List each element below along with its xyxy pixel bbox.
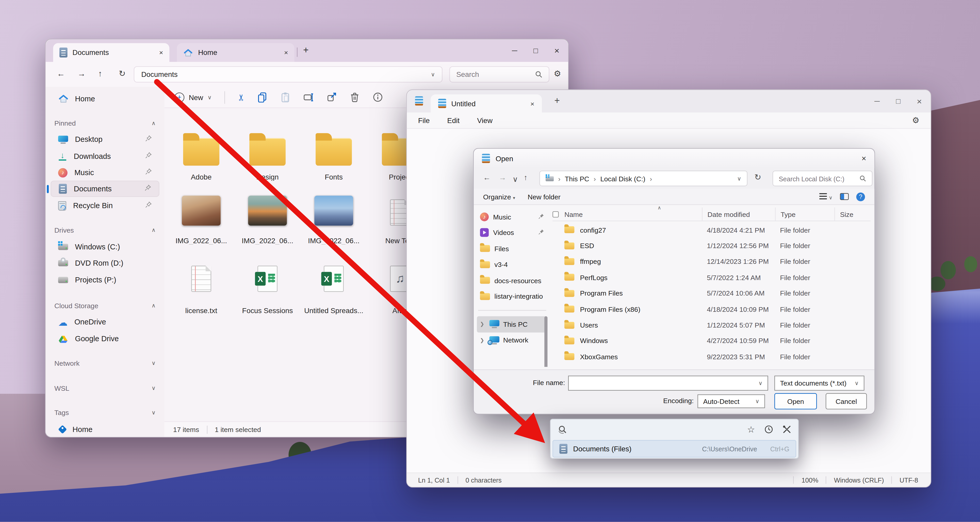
open-button[interactable]: Open	[775, 393, 817, 409]
zoom-level[interactable]: 100%	[802, 476, 818, 484]
close-button[interactable]: ×	[554, 46, 559, 56]
preview-pane-icon[interactable]	[840, 193, 849, 200]
copy-icon[interactable]	[257, 92, 268, 102]
table-row[interactable]: Program Files 5/7/2024 10:06 AM File fol…	[552, 285, 871, 301]
chevron-down-icon[interactable]: ∨	[431, 71, 435, 77]
sidebar-item-music[interactable]: ♪ Music	[477, 208, 547, 224]
table-row[interactable]: Users 1/12/2024 5:07 PM File folder	[552, 317, 871, 333]
sidebar-item-listary-integration[interactable]: listary-integratio	[477, 288, 547, 304]
sidebar-section-cloud-storage[interactable]: Cloud Storage ∧	[54, 299, 156, 312]
tab-close-icon[interactable]: ×	[159, 49, 163, 56]
menu-file[interactable]: File	[418, 116, 430, 124]
palette-search-bar[interactable]: ☆	[550, 419, 798, 439]
sidebar-item-windows-c[interactable]: Windows (C:)	[51, 239, 159, 255]
table-row[interactable]: Windows 4/27/2024 10:59 PM File folder	[552, 333, 871, 349]
tab-close-icon[interactable]: ×	[530, 100, 535, 107]
chevron-down-icon[interactable]: ∨	[737, 175, 741, 181]
address-bar[interactable]: Documents ∨	[134, 66, 442, 83]
new-tab-button[interactable]: +	[303, 45, 309, 55]
line-ending[interactable]: Windows (CRLF)	[834, 476, 884, 484]
file-item[interactable]: Focus Sessions	[234, 263, 301, 314]
sidebar-item-files[interactable]: Files	[477, 240, 547, 256]
chevron-up-icon[interactable]: ∧	[151, 120, 156, 126]
details-view-icon[interactable]: ∨	[819, 193, 832, 201]
help-icon[interactable]: ?	[856, 192, 865, 201]
chevron-down-icon[interactable]: ∨	[759, 380, 763, 386]
tools-icon[interactable]	[783, 425, 791, 433]
column-header-type[interactable]: Type	[775, 208, 834, 221]
column-header-size[interactable]: Size	[834, 208, 871, 221]
explorer-search-input[interactable]: Search	[449, 66, 549, 83]
image-item[interactable]: IMG_2022_06...	[234, 194, 301, 245]
minimize-button[interactable]: ─	[512, 46, 517, 55]
expand-chevron-icon[interactable]: ❯	[480, 337, 485, 343]
sidebar-item-documents[interactable]: Documents	[51, 181, 159, 197]
forward-button[interactable]: →	[499, 173, 506, 182]
expand-chevron-icon[interactable]: ❯	[480, 321, 485, 327]
properties-info-icon[interactable]	[373, 92, 383, 102]
sidebar-item-downloads[interactable]: ↓ Downloads	[51, 148, 159, 164]
encoding[interactable]: UTF-8	[899, 476, 918, 484]
dialog-search-input[interactable]: Search Local Disk (C:)	[772, 171, 872, 186]
maximize-button[interactable]: □	[534, 46, 538, 55]
new-folder-button[interactable]: New folder	[528, 193, 560, 201]
breadcrumb[interactable]: › This PC › Local Disk (C:) › ∨	[539, 171, 748, 186]
cut-icon[interactable]: ✂	[236, 94, 246, 101]
new-tab-button[interactable]: +	[554, 95, 560, 105]
sidebar-item-network[interactable]: ❯ Network	[477, 332, 547, 348]
explorer-tab-home[interactable]: Home ×	[177, 43, 294, 62]
file-item[interactable]: Untitled Spreads...	[301, 263, 367, 314]
sidebar-scrollbar[interactable]	[544, 316, 547, 367]
back-button[interactable]: ←	[483, 173, 490, 182]
table-row[interactable]: XboxGames 9/22/2023 5:31 PM File folder	[552, 349, 871, 365]
table-row[interactable]: ffmpeg 12/14/2023 1:26 PM File folder	[552, 253, 871, 269]
new-button[interactable]: + New ∨	[174, 92, 212, 102]
maximize-button[interactable]: □	[896, 97, 900, 106]
sidebar-section-drives[interactable]: Drives ∧	[54, 224, 156, 236]
notepad-settings-gear-icon[interactable]: ⚙	[912, 116, 920, 125]
sidebar-item-v3-4[interactable]: v3-4	[477, 256, 547, 273]
refresh-button[interactable]: ↻	[119, 69, 125, 78]
sidebar-item-desktop[interactable]: Desktop	[51, 131, 159, 148]
file-type-dropdown[interactable]: Text documents (*.txt) ∨	[775, 376, 864, 391]
breadcrumb-local-disk[interactable]: Local Disk (C:)	[600, 175, 646, 182]
refresh-icon[interactable]: ↻	[754, 172, 761, 182]
minimize-button[interactable]: ─	[875, 97, 880, 106]
sidebar-section-wsl[interactable]: WSL ∨	[54, 382, 156, 394]
chevron-up-icon[interactable]: ∧	[151, 302, 156, 309]
sidebar-item-this-pc[interactable]: ❯ This PC	[477, 316, 547, 332]
sidebar-item-tag-home[interactable]: Home	[51, 421, 159, 438]
folder-item[interactable]: Fonts	[301, 127, 367, 181]
table-row[interactable]: config27 4/18/2024 4:21 PM File folder	[552, 222, 871, 238]
sidebar-item-videos[interactable]: Videos	[477, 224, 547, 240]
select-all-checkbox[interactable]	[552, 211, 558, 217]
dialog-close-icon[interactable]: ×	[862, 154, 866, 163]
encoding-dropdown[interactable]: Auto-Detect ∨	[698, 394, 765, 408]
sidebar-section-pinned[interactable]: Pinned ∧	[54, 117, 156, 129]
sidebar-item-home[interactable]: Home	[51, 91, 159, 107]
file-item[interactable]: license.txt	[168, 263, 234, 314]
table-row[interactable]: Program Files (x86) 4/18/2024 10:09 PM F…	[552, 301, 871, 317]
sidebar-item-recycle-bin[interactable]: Recycle Bin	[51, 197, 159, 214]
sidebar-item-music[interactable]: ♪ Music	[51, 164, 159, 181]
up-button[interactable]: ↑	[98, 69, 102, 78]
organize-button[interactable]: Organize ▾	[483, 193, 515, 201]
sidebar-section-tags[interactable]: Tags ∨	[54, 406, 156, 419]
history-clock-icon[interactable]	[764, 425, 773, 433]
file-name-input[interactable]: ∨	[568, 376, 768, 391]
cancel-button[interactable]: Cancel	[826, 393, 867, 409]
tab-close-icon[interactable]: ×	[284, 49, 288, 56]
menu-view[interactable]: View	[477, 116, 493, 124]
rename-icon[interactable]	[303, 92, 314, 102]
table-row[interactable]: PerfLogs 5/7/2022 1:24 AM File folder	[552, 269, 871, 285]
back-button[interactable]: ←	[57, 69, 65, 78]
chevron-down-icon[interactable]: ∨	[512, 175, 518, 184]
up-button[interactable]: ↑	[524, 173, 528, 182]
favorites-star-icon[interactable]: ☆	[747, 424, 755, 434]
sidebar-item-projects-p[interactable]: Projects (P:)	[51, 272, 159, 288]
paste-icon[interactable]	[280, 92, 291, 102]
share-icon[interactable]	[326, 92, 337, 102]
sidebar-item-google-drive[interactable]: Google Drive	[51, 331, 159, 347]
image-item[interactable]: IMG_2022_06...	[168, 194, 234, 245]
column-header-name[interactable]: Name ∧	[559, 208, 702, 221]
